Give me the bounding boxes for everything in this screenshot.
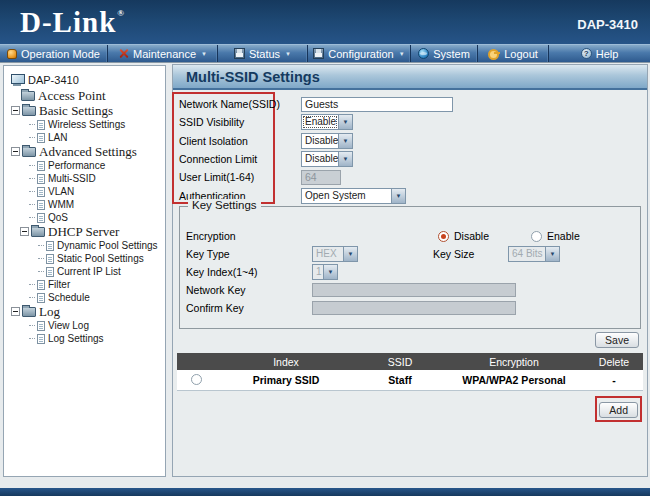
select-arrow-button[interactable]: ▼ <box>338 115 352 129</box>
network-key-input <box>312 283 516 297</box>
key-settings-legend: Key Settings <box>188 199 261 211</box>
tree-dhcp-server[interactable]: DHCP Server <box>8 224 163 239</box>
nav-help[interactable]: ? Help <box>549 45 650 62</box>
collapse-icon[interactable] <box>11 147 20 156</box>
chevron-down-icon: ▼ <box>343 138 349 144</box>
row-key-index: Key Index(1~4) 1 ▼ <box>186 263 640 281</box>
ssid-table: Index SSID Encryption Delete Primary SSI… <box>177 353 643 391</box>
page-icon <box>37 293 45 303</box>
configuration-icon <box>313 48 324 59</box>
tree-wmm[interactable]: WMM <box>8 198 163 211</box>
tree-current-ip-list[interactable]: Current IP List <box>8 265 163 278</box>
tree-wireless-settings[interactable]: Wireless Settings <box>8 118 163 131</box>
row-network-key: Network Key <box>186 281 640 299</box>
tree-dynamic-pool-settings[interactable]: Dynamic Pool Settings <box>8 239 163 252</box>
tree-schedule[interactable]: Schedule <box>8 291 163 304</box>
tree-basic-settings[interactable]: Basic Settings <box>8 103 163 118</box>
chevron-down-icon: ▼ <box>343 119 349 125</box>
tree-log-settings[interactable]: Log Settings <box>8 332 163 345</box>
select-arrow-button[interactable]: ▼ <box>391 189 405 203</box>
page-title: Multi-SSID Settings <box>186 69 320 85</box>
content-panel: Multi-SSID Settings Network Name(SSID) G… <box>172 64 648 477</box>
tree-lan[interactable]: LAN <box>8 131 163 144</box>
folder-icon <box>21 91 35 101</box>
computer-icon <box>11 74 24 86</box>
chevron-down-icon: ▼ <box>343 156 349 162</box>
key-index-select: 1 ▼ <box>312 264 338 280</box>
save-button[interactable]: Save <box>595 332 639 348</box>
key-type-select: HEX ▼ <box>312 246 358 262</box>
page-icon <box>46 241 54 251</box>
page-icon <box>37 133 45 143</box>
row-encryption: Encryption Disable Enable <box>186 227 640 245</box>
form-row-network-name: Network Name(SSID) Guests <box>179 95 641 113</box>
tree-view-log[interactable]: View Log <box>8 319 163 332</box>
tree-multi-ssid[interactable]: Multi-SSID <box>8 172 163 185</box>
tree-vlan[interactable]: VLAN <box>8 185 163 198</box>
page-icon <box>37 280 45 290</box>
table-row: Primary SSID Staff WPA/WPA2 Personal - <box>177 370 643 391</box>
chevron-down-icon: ▼ <box>348 251 354 257</box>
ssid-visibility-select[interactable]: Enable ▼ <box>301 114 353 130</box>
folder-icon <box>22 106 36 116</box>
confirm-key-input <box>312 301 516 315</box>
nav-operation-mode[interactable]: Operation Mode <box>0 45 108 62</box>
maintenance-icon <box>118 48 129 59</box>
chevron-down-icon: ▼ <box>550 251 556 257</box>
select-arrow-button: ▼ <box>343 247 357 261</box>
encryption-enable-radio[interactable] <box>531 231 542 242</box>
network-name-input[interactable]: Guests <box>301 97 453 112</box>
encryption-disable-radio[interactable] <box>438 231 449 242</box>
tree-access-point[interactable]: Access Point <box>8 88 163 103</box>
form-row-connection-limit: Connection Limit Disable ▼ <box>179 150 641 168</box>
app-window: D-Link® DAP-3410 Operation Mode Maintena… <box>0 0 650 496</box>
table-header-row: Index SSID Encryption Delete <box>177 353 643 370</box>
tree-performance[interactable]: Performance <box>8 159 163 172</box>
page-icon <box>37 200 45 210</box>
collapse-icon[interactable] <box>11 307 20 316</box>
row-select-radio[interactable] <box>191 374 202 385</box>
row-key-type: Key Type HEX ▼ Key Size 64 Bits ▼ <box>186 245 640 263</box>
authentication-select[interactable]: Open System ▼ <box>301 188 406 204</box>
page-title-bar: Multi-SSID Settings <box>173 65 647 90</box>
nav-maintenance[interactable]: Maintenance ▼ <box>108 45 218 62</box>
client-isolation-select[interactable]: Disable ▼ <box>301 133 353 149</box>
form-row-client-isolation: Client Isolation Disable ▼ <box>179 132 641 150</box>
tree-log[interactable]: Log <box>8 304 163 319</box>
page-icon <box>37 213 45 223</box>
device-model: DAP-3410 <box>577 17 638 32</box>
add-button[interactable]: Add <box>599 402 638 418</box>
help-icon: ? <box>581 48 592 59</box>
form-row-ssid-visibility: SSID Visibility Enable ▼ <box>179 113 641 131</box>
select-arrow-button[interactable]: ▼ <box>338 134 352 148</box>
tree-advanced-settings[interactable]: Advanced Settings <box>8 144 163 159</box>
header-bar: D-Link® DAP-3410 <box>0 0 650 44</box>
select-arrow-button: ▼ <box>545 247 559 261</box>
tree-filter[interactable]: Filter <box>8 278 163 291</box>
select-arrow-button: ▼ <box>323 265 337 279</box>
tree-static-pool-settings[interactable]: Static Pool Settings <box>8 252 163 265</box>
footer-bar <box>0 488 650 496</box>
collapse-icon[interactable] <box>11 106 20 115</box>
key-size-label: Key Size <box>433 248 474 260</box>
chevron-down-icon: ▼ <box>399 51 405 57</box>
page-icon <box>46 267 54 277</box>
tree-root-dap-3410[interactable]: DAP-3410 <box>8 72 163 88</box>
tree-qos[interactable]: QoS <box>8 211 163 224</box>
key-size-select: 64 Bits ▼ <box>508 246 560 262</box>
nav-configuration[interactable]: Configuration ▼ <box>308 45 411 62</box>
page-icon <box>37 120 45 130</box>
page-icon <box>37 187 45 197</box>
nav-system[interactable]: System <box>411 45 478 62</box>
key-settings-group: Key Settings Encryption Disable Enable K… <box>179 206 641 329</box>
chevron-down-icon: ▼ <box>396 193 402 199</box>
collapse-icon[interactable] <box>20 227 29 236</box>
select-arrow-button[interactable]: ▼ <box>338 152 352 166</box>
nav-logout[interactable]: Logout <box>478 45 549 62</box>
chevron-down-icon: ▼ <box>201 51 207 57</box>
connection-limit-select[interactable]: Disable ▼ <box>301 151 353 167</box>
nav-status[interactable]: Status ▼ <box>218 45 308 62</box>
workspace: DAP-3410 Access Point Basic Settings Wir… <box>0 63 650 488</box>
chevron-down-icon: ▼ <box>328 269 334 275</box>
dlink-logo: D-Link® <box>20 6 124 39</box>
